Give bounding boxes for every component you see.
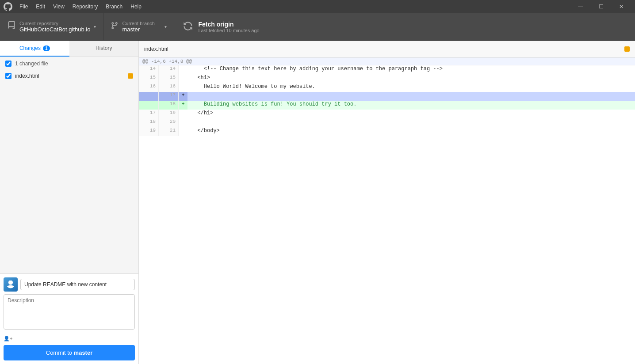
maximize-button[interactable]: ☐ xyxy=(591,0,611,13)
commit-footer: 👤+ xyxy=(4,334,135,343)
title-bar: File Edit View Repository Branch Help — … xyxy=(0,0,635,13)
diff-old-num: 17 xyxy=(139,110,159,118)
repo-chevron-icon: ▾ xyxy=(94,24,96,29)
changes-badge: 1 xyxy=(43,46,50,51)
diff-line: 18 + Building websites is fun! You shoul… xyxy=(139,101,635,110)
diff-sign: + xyxy=(179,101,187,110)
diff-old-num: 15 xyxy=(139,74,159,83)
branch-selector[interactable]: Current branch master ▾ xyxy=(103,13,174,40)
diff-sign xyxy=(179,127,187,136)
diff-line: 15 15 <h1> xyxy=(139,74,635,83)
diff-line: 17 + xyxy=(139,92,635,101)
title-bar-left: File Edit View Repository Branch Help xyxy=(4,2,145,11)
commit-button-branch: master xyxy=(74,349,93,356)
diff-code: </body> xyxy=(187,127,635,136)
diff-old-num: 18 xyxy=(139,118,159,127)
diff-header: index.html xyxy=(139,41,635,57)
files-header: 1 changed file xyxy=(0,57,138,70)
diff-old-num xyxy=(139,101,159,110)
diff-line: 17 19 </h1> xyxy=(139,110,635,118)
toolbar: Current repository GitHubOctoCatBot.gith… xyxy=(0,13,635,41)
commit-summary-input[interactable] xyxy=(20,279,135,290)
diff-old-num: 14 xyxy=(139,65,159,74)
file-name: index.html xyxy=(15,73,39,79)
repo-info: Current repository GitHubOctoCatBot.gith… xyxy=(19,21,90,33)
diff-code xyxy=(187,118,635,127)
tab-changes-label: Changes xyxy=(19,45,41,51)
menu-view[interactable]: View xyxy=(50,3,68,11)
diff-new-num: 20 xyxy=(159,118,179,127)
minimize-button[interactable]: — xyxy=(570,0,591,13)
repo-selector[interactable]: Current repository GitHubOctoCatBot.gith… xyxy=(0,13,103,40)
commit-summary-row xyxy=(4,277,135,292)
diff-old-num: 19 xyxy=(139,127,159,136)
diff-new-num: 14 xyxy=(159,65,179,74)
commit-button-prefix: Commit to xyxy=(46,349,74,356)
repo-icon xyxy=(7,21,16,32)
diff-code: </h1> xyxy=(187,110,635,118)
diff-status-dot xyxy=(624,46,630,52)
branch-label: Current branch xyxy=(122,21,154,26)
co-authors-icon: 👤+ xyxy=(4,336,12,341)
diff-filename: index.html xyxy=(144,46,168,52)
diff-sign xyxy=(179,118,187,127)
repo-label: Current repository xyxy=(19,21,90,26)
commit-description-input[interactable] xyxy=(4,294,135,330)
tab-history[interactable]: History xyxy=(69,41,139,57)
diff-line: 16 16 Hello World! Welcome to my website… xyxy=(139,83,635,92)
file-checkbox[interactable] xyxy=(5,73,11,79)
diff-new-num: 16 xyxy=(159,83,179,92)
diff-sign xyxy=(179,110,187,118)
diff-new-num: 15 xyxy=(159,74,179,83)
branch-chevron-icon: ▾ xyxy=(164,24,167,29)
fetch-origin-button[interactable]: Fetch origin Last fetched 10 minutes ago xyxy=(174,13,298,40)
menu-branch[interactable]: Branch xyxy=(102,3,126,11)
diff-new-num: 21 xyxy=(159,127,179,136)
diff-new-num: 17 xyxy=(159,92,179,101)
diff-code: <h1> xyxy=(187,74,635,83)
diff-sign xyxy=(179,83,187,92)
commit-button[interactable]: Commit to master xyxy=(4,345,135,360)
fetch-sub: Last fetched 10 minutes ago xyxy=(198,28,259,33)
menu-repository[interactable]: Repository xyxy=(69,3,101,11)
fetch-text: Fetch origin Last fetched 10 minutes ago xyxy=(198,21,259,33)
fetch-icon xyxy=(183,21,193,33)
main-content: Changes 1 History 1 changed file index.h… xyxy=(0,41,635,364)
menu-file[interactable]: File xyxy=(16,3,31,11)
diff-code: <!-- Change this text here by adding you… xyxy=(187,65,635,74)
menu-help[interactable]: Help xyxy=(127,3,145,11)
window-controls: — ☐ ✕ xyxy=(570,0,631,13)
tab-changes[interactable]: Changes 1 xyxy=(0,41,69,57)
sidebar-tabs: Changes 1 History xyxy=(0,41,138,57)
branch-icon xyxy=(111,22,119,32)
diff-sign xyxy=(179,74,187,83)
menu-bar: File Edit View Repository Branch Help xyxy=(16,3,145,11)
branch-info: Current branch master xyxy=(122,21,154,33)
avatar xyxy=(4,277,18,292)
diff-line: 18 20 xyxy=(139,118,635,127)
menu-edit[interactable]: Edit xyxy=(32,3,49,11)
fetch-title: Fetch origin xyxy=(198,21,259,28)
diff-sign: + xyxy=(179,92,187,101)
diff-new-num: 19 xyxy=(159,110,179,118)
tab-history-label: History xyxy=(96,45,112,51)
github-logo-icon xyxy=(4,2,12,11)
diff-code xyxy=(187,92,635,101)
close-button[interactable]: ✕ xyxy=(611,0,631,13)
toolbar-spacer xyxy=(298,13,635,40)
branch-name: master xyxy=(122,26,154,33)
diff-new-num: 18 xyxy=(159,101,179,110)
list-item[interactable]: index.html xyxy=(0,70,138,82)
diff-old-num: 16 xyxy=(139,83,159,92)
repo-name: GitHubOctoCatBot.github.io xyxy=(19,26,90,33)
sidebar: Changes 1 History 1 changed file index.h… xyxy=(0,41,139,364)
commit-area: 👤+ Commit to master xyxy=(0,273,138,364)
file-status-dot xyxy=(128,73,133,79)
diff-line: 14 14 <!-- Change this text here by addi… xyxy=(139,65,635,74)
diff-sign xyxy=(179,65,187,74)
diff-code: Hello World! Welcome to my website. xyxy=(187,83,635,92)
select-all-checkbox[interactable] xyxy=(5,61,11,67)
diff-panel: index.html @@ -14,6 +14,8 @@ 14 14 <!-- … xyxy=(139,41,635,364)
files-count: 1 changed file xyxy=(15,61,48,67)
diff-line: 19 21 </body> xyxy=(139,127,635,136)
